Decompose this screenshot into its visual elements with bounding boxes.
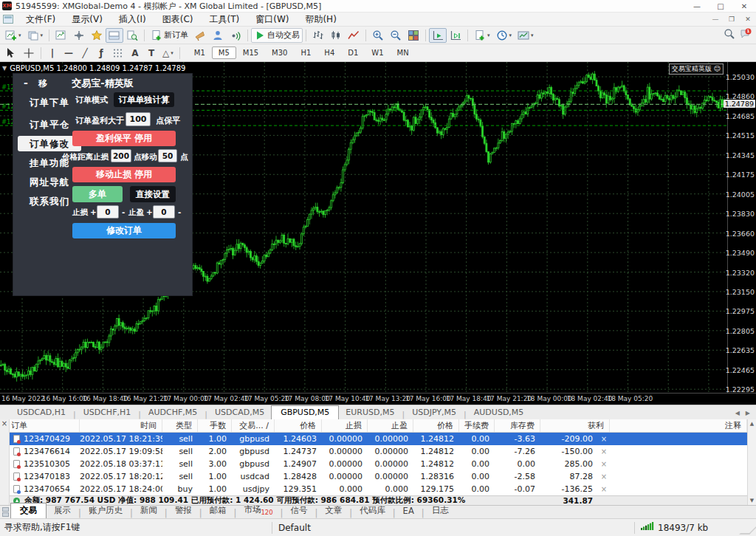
child-close-button[interactable]: ✕: [740, 16, 756, 23]
tp-minus-button[interactable]: -: [178, 207, 181, 216]
status-profile[interactable]: Default: [272, 523, 634, 533]
timeframe-M5[interactable]: M5: [212, 47, 236, 59]
column-header-8[interactable]: 价格: [413, 419, 459, 432]
panel-nav-订单平仓[interactable]: 订单平仓: [18, 117, 81, 132]
tp-input[interactable]: 0: [153, 205, 175, 219]
templates-button-dropdown-icon[interactable]: ▾: [531, 32, 534, 38]
chart-shift-button[interactable]: [447, 28, 464, 43]
navigator-button[interactable]: [88, 28, 106, 43]
indicators-button[interactable]: ▾: [471, 28, 493, 43]
autotrade-button[interactable]: 自动交易: [251, 28, 303, 43]
scroll-down-icon[interactable]: ▼: [750, 496, 754, 505]
maximize-button[interactable]: □: [709, 0, 732, 12]
sl-minus-button[interactable]: -: [122, 207, 125, 216]
chart-window[interactable]: #123510305 sell 3.00#123476614 sell 2.00…: [0, 62, 756, 405]
new-chart-button[interactable]: ▾: [2, 28, 24, 43]
column-header-0[interactable]: 订单: [10, 419, 80, 432]
notification-bubble-icon[interactable]: 1: [740, 28, 752, 42]
menu-item-C[interactable]: 图表(C): [154, 13, 202, 26]
chart-tab-USDJPY-M5[interactable]: USDJPY,M5: [405, 406, 463, 419]
terminal-tab-EA[interactable]: EA: [396, 505, 422, 518]
line-chart-button[interactable]: [345, 28, 362, 43]
tile-windows-button[interactable]: [405, 28, 422, 43]
text-tool[interactable]: A: [127, 46, 143, 61]
terminal-tab-展示[interactable]: 展示: [47, 504, 78, 518]
timeframe-H1[interactable]: H1: [294, 47, 317, 59]
column-header-1[interactable]: 时间: [80, 419, 162, 432]
direct-set-button[interactable]: 直接设置: [130, 186, 176, 202]
terminal-tab-文章[interactable]: 文章: [317, 504, 349, 518]
trail-step-input[interactable]: 50: [158, 149, 177, 162]
minimize-button[interactable]: —: [685, 0, 709, 12]
broadcast-button[interactable]: [227, 28, 244, 43]
menu-item-F[interactable]: 文件(F): [18, 13, 63, 26]
candlestick-button[interactable]: [327, 28, 345, 43]
resize-grip[interactable]: [739, 524, 756, 535]
bar-chart-button[interactable]: [309, 28, 327, 43]
terminal-button[interactable]: [106, 28, 123, 43]
sl-plus-button[interactable]: +: [90, 207, 97, 216]
grid-tool[interactable]: [109, 46, 127, 61]
terminal-tab-新闻[interactable]: 新闻: [133, 504, 165, 518]
chart-tab-AUDUSD-M5[interactable]: AUDUSD,M5: [467, 406, 531, 419]
terminal-tab-交易[interactable]: 交易: [10, 503, 47, 519]
close-order-icon[interactable]: ×: [598, 447, 610, 456]
close-button[interactable]: ✕: [732, 0, 756, 12]
tp-plus-button[interactable]: +: [146, 207, 153, 216]
metaeditor-button[interactable]: [191, 28, 209, 43]
chart-tab-USDCAD-H1[interactable]: USDCAD,H1: [10, 406, 72, 419]
column-header-9[interactable]: 手续费: [459, 419, 495, 432]
shapes-tool[interactable]: △▾: [159, 46, 176, 61]
scroll-up-icon[interactable]: ▲: [750, 419, 754, 428]
terminal-tab-警报[interactable]: 警报: [168, 504, 199, 518]
column-header-7[interactable]: 止盈: [368, 419, 413, 432]
vertical-line-tool[interactable]: |: [44, 46, 61, 61]
order-row[interactable]: 1234706542022.05.17 18:24:00buy1.00usdjp…: [10, 483, 747, 495]
buy-orders-button[interactable]: 多单: [72, 186, 123, 202]
indicators-button-dropdown-icon[interactable]: ▾: [487, 32, 490, 38]
timeframe-M15[interactable]: M15: [236, 47, 265, 59]
order-row[interactable]: 1234701832022.05.17 18:20:12sell1.00usdc…: [10, 470, 747, 483]
shapes-tool-dropdown-icon[interactable]: ▾: [171, 50, 173, 56]
order-row[interactable]: 1235103052022.05.18 03:37:11sell3.00gbpu…: [10, 458, 747, 470]
order-row[interactable]: 1234766142022.05.17 19:09:58sell2.00gbpu…: [10, 445, 747, 458]
child-restore-button[interactable]: ❐: [724, 16, 740, 23]
zoom-out-button[interactable]: [387, 28, 405, 43]
breakeven-toggle-button[interactable]: 盈利保平 停用: [72, 131, 176, 146]
menu-item-T[interactable]: 工具(T): [202, 13, 248, 26]
timeframe-MN[interactable]: MN: [391, 47, 416, 59]
chart-tab-EURUSD-M5[interactable]: EURUSD,M5: [339, 406, 401, 419]
profiles-button[interactable]: ▾: [24, 28, 47, 43]
close-order-icon[interactable]: ×: [598, 435, 610, 443]
fibonacci-tool[interactable]: ƒ: [93, 46, 109, 61]
child-minimize-button[interactable]: —: [707, 16, 724, 23]
label-tool[interactable]: T: [143, 46, 159, 61]
data-window-button[interactable]: [70, 28, 88, 43]
timeframe-D1[interactable]: D1: [341, 47, 365, 59]
periods-button-dropdown-icon[interactable]: ▾: [509, 32, 512, 38]
market-watch-button[interactable]: [52, 28, 70, 43]
cursor-tool[interactable]: [2, 46, 20, 61]
terminal-tab-邮箱[interactable]: 邮箱: [202, 504, 234, 518]
one-click-trading-toggle[interactable]: ▼: [2, 65, 7, 72]
chart-tab-GBPUSD-M5[interactable]: GBPUSD,M5: [271, 405, 339, 420]
crosshair-tool[interactable]: [20, 46, 38, 61]
zoom-in-button[interactable]: [369, 28, 387, 43]
terminal-tab-日志[interactable]: 日志: [425, 504, 456, 518]
terminal-close-icon[interactable]: ×: [0, 419, 9, 428]
panel-nav-订单下单[interactable]: 订单下单: [18, 95, 81, 110]
search-icon[interactable]: [724, 28, 735, 42]
terminal-scrollbar[interactable]: ▲ ▼: [747, 419, 756, 505]
trailing-stop-toggle-button[interactable]: 移动止损 停用: [72, 167, 176, 182]
terminal-tab-账户历史[interactable]: 账户历史: [81, 504, 130, 518]
strategy-tester-button[interactable]: [123, 28, 141, 43]
templates-button[interactable]: ▾: [515, 28, 537, 43]
new-order-button[interactable]: 新订单: [148, 28, 191, 43]
chart-window-icon[interactable]: [3, 15, 13, 24]
menu-item-H[interactable]: 帮助(H): [297, 13, 344, 26]
order-row[interactable]: 1234704292022.05.17 18:21:39sell1.00gbpu…: [10, 433, 747, 445]
periods-button[interactable]: ▾: [493, 28, 515, 43]
tab-scroll-right-icon[interactable]: ▶: [746, 410, 750, 416]
sl-input[interactable]: 0: [97, 205, 119, 219]
column-header-2[interactable]: 类型: [162, 419, 198, 432]
